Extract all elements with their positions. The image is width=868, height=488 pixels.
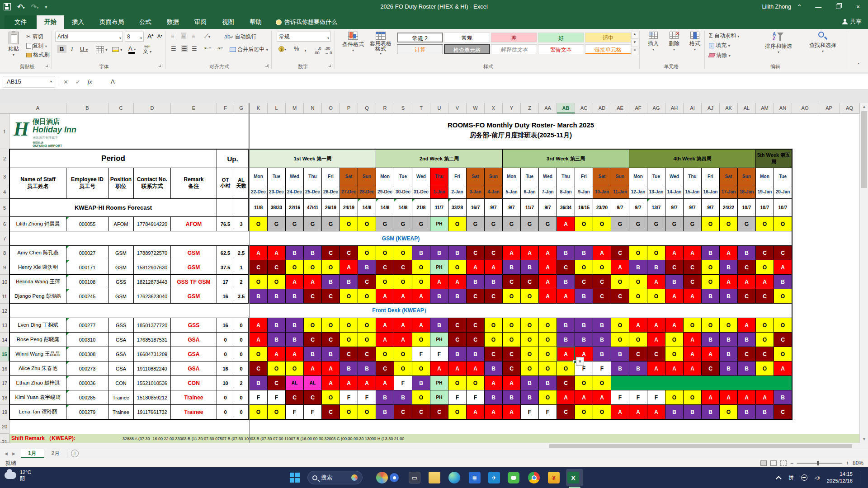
cell-shift-8-12[interactable]: C (467, 246, 485, 260)
cell-shift-6-8[interactable]: G (394, 217, 412, 231)
cell-date-30-Dec[interactable]: 30-Dec (394, 185, 412, 199)
cell-id-11[interactable]: 000245 (66, 289, 108, 304)
cell-shift-16-17[interactable]: O (557, 361, 575, 376)
row-header-17[interactable]: 17 (0, 376, 9, 390)
cell-shift-16-7[interactable]: C (376, 361, 394, 376)
cell-shift-10-27[interactable]: A (738, 275, 756, 289)
cell-shift-19-18[interactable]: O (575, 405, 593, 419)
cell-shift-14-10[interactable]: PH (430, 333, 448, 347)
cell-pos-16[interactable]: GSA (108, 361, 134, 376)
column-header-N[interactable]: N (304, 103, 322, 113)
cell-shift-10-16[interactable]: A (539, 275, 557, 289)
cell-shift-15-17[interactable]: A (557, 347, 575, 361)
cell-shift-18-23[interactable]: O (665, 390, 684, 405)
cell-shift-6-26[interactable]: O (720, 217, 738, 231)
cell-shift-16-29[interactable]: A (774, 361, 792, 376)
cell-shift-10-19[interactable]: C (593, 275, 611, 289)
cell-ot-8[interactable]: 62.5 (217, 246, 234, 260)
cell-shift-9-26[interactable]: B (720, 260, 738, 275)
cell-pos-11[interactable]: GSM (108, 289, 134, 304)
cell-remark-19[interactable]: Trainee (171, 405, 217, 419)
cell-shift-6-13[interactable]: G (485, 217, 503, 231)
column-header-AN[interactable]: AN (774, 103, 792, 113)
cell-shift-18-11[interactable]: F (448, 390, 467, 405)
cell-shift-11-6[interactable]: O (358, 289, 376, 304)
row-header-7[interactable]: 7 (0, 231, 9, 246)
cell-shift-10-7[interactable]: O (376, 275, 394, 289)
cell-shift-19-11[interactable]: O (448, 405, 467, 419)
cell-shift-9-19[interactable]: O (593, 260, 611, 275)
cell-shift-19-14[interactable]: A (503, 405, 521, 419)
cell-shift-6-0[interactable]: O (250, 217, 268, 231)
cell-shift-14-15[interactable]: O (521, 333, 539, 347)
cell-shift-9-22[interactable]: B (647, 260, 665, 275)
cell-shift-14-16[interactable]: O (539, 333, 557, 347)
cell-shift-19-13[interactable]: A (485, 405, 503, 419)
cell-style-常规[interactable]: 常规 (444, 33, 490, 42)
show-desktop-sliver[interactable] (860, 471, 862, 484)
account-name[interactable]: Lilith Zhong (762, 0, 791, 14)
cell-shift-15-2[interactable]: A (286, 347, 304, 361)
ribbon-tab-页面布局[interactable]: 页面布局 (92, 15, 132, 29)
cell-date-24-Dec[interactable]: 24-Dec (286, 185, 304, 199)
cell-id-17[interactable]: 000036 (66, 376, 108, 390)
cell-name-10[interactable]: Belinda Wang 王萍 (9, 275, 66, 289)
zoom-level[interactable]: 80% (853, 460, 863, 466)
cell-shift-13-27[interactable]: A (738, 318, 756, 333)
cell-name-16[interactable]: Alice Zhu 朱春艳 (9, 361, 66, 376)
cell-shift-14-3[interactable]: C (304, 333, 322, 347)
cell-shift-9-27[interactable]: C (738, 260, 756, 275)
cell-date-4-Jan[interactable]: 4-Jan (485, 185, 503, 199)
cell-shift-19-19[interactable]: O (593, 405, 611, 419)
cell-style-好[interactable]: 好 (538, 33, 584, 42)
cell-shift-8-11[interactable]: B (448, 246, 467, 260)
cell-day-9[interactable]: Wed (412, 168, 430, 185)
cell-shift-10-15[interactable]: C (521, 275, 539, 289)
cell-section-gsm[interactable]: GSM (KWEAP) (9, 231, 792, 246)
cell-forecast-5[interactable]: 24/19 (340, 199, 358, 217)
cell-day-1[interactable]: Tue (268, 168, 286, 185)
cell-shift-6-25[interactable]: O (702, 217, 720, 231)
cell-shift-14-18[interactable]: B (575, 333, 593, 347)
cell-shift-10-2[interactable]: A (286, 275, 304, 289)
cell-shift-9-1[interactable]: C (268, 260, 286, 275)
cell-day-29[interactable]: Tue (774, 168, 792, 185)
enter-icon[interactable]: ✓ (75, 79, 80, 85)
cell-day-10[interactable]: Thu (430, 168, 448, 185)
cell-contact-17[interactable]: 15521010536 (134, 376, 171, 390)
cell-shift-16-20[interactable]: B (611, 361, 629, 376)
sort-filter-button[interactable]: A Z 排序和筛选▾ (760, 32, 797, 54)
cell-shift-11-23[interactable]: A (665, 289, 684, 304)
cell-shift-19-25[interactable]: B (702, 405, 720, 419)
cell-day-3[interactable]: Thu (304, 168, 322, 185)
cell-shift-13-26[interactable]: O (720, 318, 738, 333)
cell-id-6[interactable]: 000055 (66, 217, 108, 231)
taskbar-icon-device-dark[interactable]: ▭ (407, 470, 422, 485)
cell-shift-6-16[interactable]: G (539, 217, 557, 231)
cell-shift-8-15[interactable]: A (521, 246, 539, 260)
cell-forecast-10[interactable]: 11/7 (430, 199, 448, 217)
cell-shift-8-10[interactable]: B (430, 246, 448, 260)
tell-me-box[interactable]: 告诉我你想要做什么 (269, 15, 344, 29)
cell-shift-13-16[interactable]: O (539, 318, 557, 333)
cell-shift-15-5[interactable]: C (340, 347, 358, 361)
cell-period[interactable]: Period (9, 149, 217, 168)
cell-forecast-2[interactable]: 22/16 (286, 199, 304, 217)
cell-shift-10-22[interactable]: A (647, 275, 665, 289)
ribbon-tab-公式[interactable]: 公式 (132, 15, 159, 29)
cell-shift-16-1[interactable]: O (268, 361, 286, 376)
cell-day-6[interactable]: Sun (358, 168, 376, 185)
cell-shift-15-25[interactable]: A (702, 347, 720, 361)
taskbar-icon-wechat[interactable] (506, 470, 521, 485)
cell-contact-14[interactable]: 17685187531 (134, 333, 171, 347)
cell-pos-18[interactable]: Trainee (108, 390, 134, 405)
cell-forecast-8[interactable]: 14/8 (394, 199, 412, 217)
cell-shift-8-6[interactable]: O (358, 246, 376, 260)
cell-green-block-17[interactable] (611, 376, 792, 390)
cell-name-8[interactable]: Amy Chen 陈孔燕 (9, 246, 66, 260)
cell-shift-19-21[interactable]: A (629, 405, 647, 419)
cell-shift-10-9[interactable]: O (412, 275, 430, 289)
cell-shift-16-4[interactable]: A (322, 361, 340, 376)
cell-shift-15-26[interactable]: B (720, 347, 738, 361)
fill-button[interactable]: ↓ 填充 ▾ (709, 42, 730, 50)
